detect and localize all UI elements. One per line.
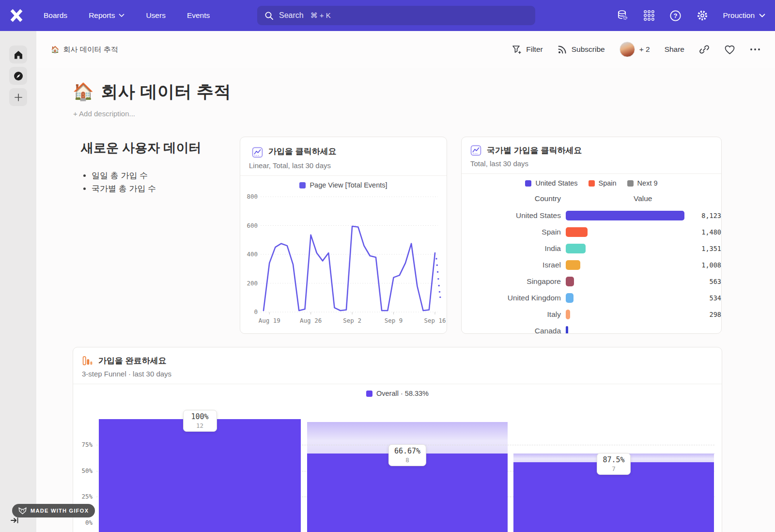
data-management-icon[interactable] <box>616 9 629 22</box>
countries-legend: United StatesSpainNext 9 <box>462 179 721 187</box>
table-row-israel[interactable]: Israel1,008 <box>462 257 721 273</box>
legend-item-united-states[interactable]: United States <box>525 179 577 187</box>
table-row-italy[interactable]: Italy298 <box>462 306 721 323</box>
mixpanel-logo-glyph <box>9 8 24 23</box>
table-row-united-states[interactable]: United States8,123 <box>462 207 721 224</box>
funnel-legend-item[interactable]: Overall · 58.33% <box>366 390 429 397</box>
legend-label: Spain <box>599 179 617 187</box>
country-bar <box>566 227 588 237</box>
gifox-badge: MADE WITH GIFOX <box>12 504 95 517</box>
filter-label: Filter <box>526 45 542 54</box>
svg-text:Sep 16: Sep 16 <box>424 317 446 324</box>
compass-icon <box>13 71 24 81</box>
page-title[interactable]: 🏠회사 데이터 추적 <box>73 80 231 103</box>
line-card-title[interactable]: 가입을 클릭하세요 <box>268 146 337 157</box>
svg-text:600: 600 <box>247 222 258 229</box>
country-value: 298 <box>710 311 721 318</box>
country-value: 1,351 <box>701 245 721 252</box>
divider <box>462 173 721 174</box>
legend-swatch <box>589 180 595 187</box>
table-row-singapore[interactable]: Singapore563 <box>462 273 721 290</box>
subscribe-label: Subscribe <box>572 45 605 54</box>
line-chart-plot[interactable]: 0200400600800Aug 19Aug 26Sep 2Sep 9Sep 1… <box>243 191 445 331</box>
country-label: United States <box>462 211 561 220</box>
breadcrumb[interactable]: 🏠 회사 데이터 추적 <box>51 45 118 54</box>
line-chart-card: 가입을 클릭하세요 Linear, Total, last 30 days Pa… <box>240 137 447 334</box>
country-label: India <box>462 244 561 253</box>
svg-text:0: 0 <box>254 308 258 315</box>
nav-item-events[interactable]: Events <box>187 11 210 20</box>
fox-icon <box>18 507 27 515</box>
project-switcher[interactable]: Prouction <box>723 11 765 20</box>
country-bar-wrap <box>566 227 698 237</box>
funnel-bar-step-1[interactable] <box>99 419 301 532</box>
svg-text:Aug 19: Aug 19 <box>259 317 280 324</box>
table-row-united-kingdom[interactable]: United Kingdom534 <box>462 290 721 306</box>
legend-swatch <box>525 180 531 187</box>
country-bar-wrap <box>566 211 698 220</box>
nav-item-boards[interactable]: Boards <box>44 11 67 20</box>
countries-card-title[interactable]: 국가별 가입을 클릭하세요 <box>487 145 582 156</box>
country-bar-wrap <box>566 260 698 270</box>
notes-heading: 새로운 사용자 데이터 <box>81 140 241 156</box>
funnel-ytick: 50% <box>76 467 93 474</box>
add-description-button[interactable]: + Add description... <box>73 110 135 118</box>
collaborators[interactable]: + 2 <box>620 42 650 57</box>
share-button[interactable]: Share <box>665 45 684 54</box>
settings-gear-icon[interactable] <box>696 9 709 22</box>
countries-card: 국가별 가입을 클릭하세요 Total, last 30 days United… <box>461 137 722 334</box>
search-placeholder: Search <box>279 11 304 20</box>
notes-bullet: 국가별 총 가입 수 <box>92 182 241 195</box>
more-options-button[interactable] <box>750 48 760 51</box>
country-bar <box>566 211 684 220</box>
help-icon[interactable]: ? <box>669 10 682 22</box>
table-row-india[interactable]: India1,351 <box>462 240 721 257</box>
collapse-sidebar-button[interactable] <box>10 516 19 526</box>
discover-button[interactable] <box>9 67 27 85</box>
gifox-badge-label: MADE WITH GIFOX <box>31 508 89 514</box>
svg-text:800: 800 <box>247 193 258 200</box>
funnel-card: 가입을 완료하세요 3-step Funnel · last 30 days O… <box>73 347 722 532</box>
table-row-canada[interactable]: Canada <box>462 323 721 334</box>
legend-item-pageview[interactable]: Page View [Total Events] <box>299 181 387 189</box>
search-input[interactable]: Search ⌘ + K <box>257 6 535 25</box>
nav-item-users[interactable]: Users <box>146 11 165 20</box>
legend-label: Next 9 <box>637 179 658 187</box>
mixpanel-logo-icon[interactable] <box>8 7 25 24</box>
countries-card-header: 국가별 가입을 클릭하세요 Total, last 30 days <box>462 137 721 168</box>
filter-button[interactable]: Filter <box>512 45 542 54</box>
funnel-step-conversion: 87.5% <box>603 455 625 464</box>
country-label: Singapore <box>462 277 561 286</box>
nav-item-reports[interactable]: Reports <box>89 11 124 20</box>
countries-card-subtitle: Total, last 30 days <box>470 159 713 168</box>
home-button[interactable] <box>9 46 27 63</box>
line-card-subtitle: Linear, Total, last 30 days <box>249 161 438 170</box>
favorite-button[interactable] <box>724 45 735 55</box>
apps-grid-icon[interactable] <box>643 10 655 21</box>
funnel-card-title[interactable]: 가입을 완료하세요 <box>98 355 167 366</box>
funnel-card-subtitle: 3-step Funnel · last 30 days <box>82 370 713 378</box>
board-toolbar: 🏠 회사 데이터 추적 Filter Subscribe <box>36 31 775 68</box>
share-label: Share <box>665 45 684 54</box>
country-value: 534 <box>710 294 721 302</box>
legend-label: United States <box>535 179 577 187</box>
country-label: Canada <box>462 327 561 334</box>
collapse-arrow-icon <box>10 516 19 524</box>
legend-item-next-9[interactable]: Next 9 <box>627 179 658 187</box>
rss-icon <box>558 45 567 54</box>
subscribe-button[interactable]: Subscribe <box>558 45 605 54</box>
add-board-button[interactable] <box>9 88 27 106</box>
funnel-step-count: 8 <box>394 456 420 464</box>
divider <box>240 175 447 176</box>
svg-text:?: ? <box>673 12 677 19</box>
legend-item-spain[interactable]: Spain <box>589 179 617 187</box>
table-row-spain[interactable]: Spain1,480 <box>462 224 721 240</box>
page-title-text: 회사 데이터 추적 <box>101 82 231 101</box>
legend-swatch <box>366 391 372 397</box>
home-icon <box>13 49 24 60</box>
svg-text:400: 400 <box>247 250 258 258</box>
nav-item-label: Boards <box>44 11 67 20</box>
copy-link-button[interactable] <box>699 44 710 55</box>
country-value: 1,008 <box>701 261 721 269</box>
funnel-legend-label: Overall · 58.33% <box>376 390 429 397</box>
